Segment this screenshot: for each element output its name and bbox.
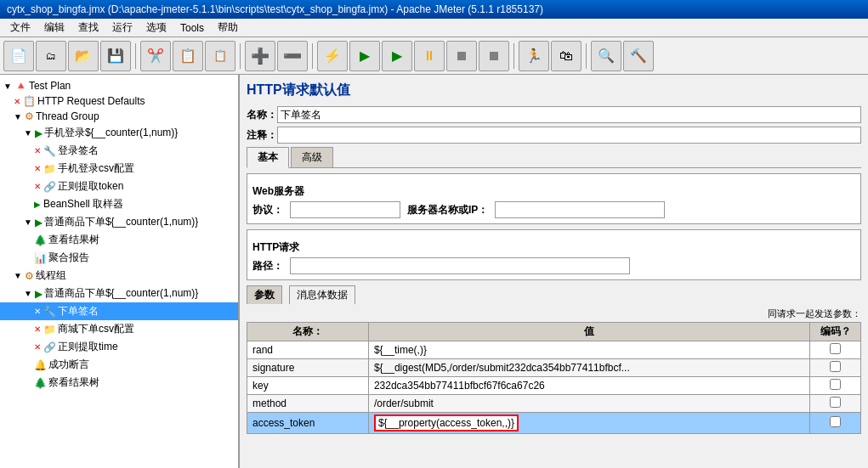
toolbar-remove[interactable]: ➖ (277, 41, 308, 71)
tab-advanced[interactable]: 高级 (291, 147, 333, 167)
tree-item-shop-csv[interactable]: ✕ 📁 商城下单csv配置 (0, 320, 238, 338)
toolbar-add[interactable]: ➕ (245, 41, 275, 71)
col-value: 值 (368, 323, 809, 341)
tree-item-thread-group[interactable]: ▼ ⚙ Thread Group (0, 109, 238, 124)
tree-label: 普通商品下单${__counter(1,num)} (44, 215, 198, 229)
tree-item-regex-token[interactable]: ✕ 🔗 正则提取token (0, 178, 238, 195)
server-label: 服务器名称或IP： (407, 203, 488, 217)
toolbar-template[interactable]: 🗂 (36, 41, 66, 71)
toolbar-new[interactable]: 📄 (3, 41, 34, 71)
param-row-rand: rand ${__time(,)} (247, 341, 861, 359)
tree-item-order-group2[interactable]: ▼ ▶ 普通商品下单${__counter(1,num)} (0, 285, 238, 302)
tab-basic[interactable]: 基本 (247, 147, 289, 168)
sub-icon: 🔧 (43, 145, 56, 157)
tree-item-beanshell[interactable]: ▶ BeanShell 取样器 (0, 195, 238, 213)
toolbar-paste[interactable]: 📋 (205, 41, 235, 71)
comment-input[interactable] (277, 127, 861, 144)
tree-item-aggregate[interactable]: 📊 聚合报告 (0, 249, 238, 267)
param-name[interactable]: rand (247, 341, 369, 359)
web-server-section: Web服务器 协议： 服务器名称或IP： (247, 173, 861, 224)
tree-item-http-defaults[interactable]: ✕ 📋 HTTP Request Defaults (0, 93, 238, 109)
menu-file[interactable]: 文件 (3, 19, 37, 37)
gear-icon: ⚙ (25, 270, 34, 282)
toolbar-toggle[interactable]: ⚡ (317, 41, 348, 71)
tree-icon: 🌲 (34, 377, 47, 389)
menu-find[interactable]: 查找 (71, 19, 105, 37)
tree-label: 聚合报告 (48, 251, 89, 265)
toolbar-clear[interactable]: 🔨 (623, 41, 654, 71)
toolbar-cut[interactable]: ✂️ (140, 41, 171, 71)
tree-label: 手机登录csv配置 (58, 161, 134, 176)
param-encode[interactable] (810, 377, 861, 395)
tree-item-view-results1[interactable]: 🌲 查看结果树 (0, 231, 238, 249)
menu-tools[interactable]: Tools (173, 20, 211, 36)
param-encode[interactable] (810, 395, 861, 413)
name-input[interactable] (277, 106, 861, 123)
tree-item-assertion[interactable]: 🔔 成功断言 (0, 356, 238, 374)
toolbar-stop[interactable]: ⏹ (446, 41, 477, 71)
param-name[interactable]: signature (247, 359, 369, 377)
protocol-label: 协议： (252, 203, 283, 217)
protocol-input[interactable] (290, 201, 400, 218)
server-input[interactable] (495, 201, 665, 218)
tab-body[interactable]: 消息体数据 (289, 285, 355, 304)
toolbar-start[interactable]: ▶ (349, 41, 380, 71)
tree-item-test-plan[interactable]: ▼ 🔺 Test Plan (0, 78, 238, 93)
toolbar-pause[interactable]: ⏸ (414, 41, 445, 71)
param-name[interactable]: access_token (247, 413, 369, 434)
menu-run[interactable]: 运行 (105, 19, 139, 37)
menu-edit[interactable]: 编辑 (37, 19, 71, 37)
tree-item-mobile-csv[interactable]: ✕ 📁 手机登录csv配置 (0, 160, 238, 178)
param-value[interactable]: ${__digest(MD5,/order/submit232dca354bb7… (368, 359, 809, 377)
tree-item-mobile-login[interactable]: ▼ ▶ 手机登录${__counter(1,num)} (0, 124, 238, 142)
access-token-value[interactable]: ${__property(access_token,,)} (374, 414, 519, 431)
tree-item-order-group1[interactable]: ▼ ▶ 普通商品下单${__counter(1,num)} (0, 213, 238, 231)
path-input[interactable] (290, 257, 630, 274)
tree-item-view-results2[interactable]: 🌲 察看结果树 (0, 374, 238, 392)
param-name[interactable]: method (247, 395, 369, 413)
toolbar-save[interactable]: 💾 (100, 41, 131, 71)
toolbar-sep-1 (135, 43, 136, 69)
regex-icon: 🔗 (43, 181, 56, 193)
sampler-icon: ▶ (34, 200, 41, 209)
toolbar-remote-stop[interactable]: 🛍 (551, 41, 582, 71)
menu-options[interactable]: 选项 (139, 19, 173, 37)
param-value[interactable]: 232dca354bb77411bfbcf67f6ca67c26 (368, 377, 809, 395)
toolbar-remote-start[interactable]: 🏃 (519, 41, 549, 71)
tab-bar: 基本 高级 (247, 147, 861, 168)
tree-label: Test Plan (29, 80, 71, 92)
params-tabs: 参数 消息体数据 (247, 285, 861, 304)
toolbar: 📄 🗂 📂 💾 ✂️ 📋 📋 ➕ ➖ ⚡ ▶ ▶ ⏸ ⏹ ⏹ 🏃 🛍 🔍 🔨 (0, 37, 868, 75)
toolbar-copy[interactable]: 📋 (173, 41, 203, 71)
param-row-access-token: access_token ${__property(access_token,,… (247, 413, 861, 434)
comment-label: 注释： (247, 128, 277, 143)
param-value[interactable]: /order/submit (368, 395, 809, 413)
encode-check[interactable] (830, 379, 841, 390)
param-value[interactable]: ${__property(access_token,,)} (368, 413, 809, 434)
param-name[interactable]: key (247, 377, 369, 395)
param-encode[interactable] (810, 413, 861, 434)
tree-item-login-sign[interactable]: ✕ 🔧 登录签名 (0, 142, 238, 160)
toolbar-start-no-pauses[interactable]: ▶ (382, 41, 412, 71)
encode-check[interactable] (830, 361, 841, 372)
toolbar-search[interactable]: 🔍 (591, 41, 621, 71)
toolbar-shutdown[interactable]: ⏹ (479, 41, 509, 71)
sampler-icon: ▶ (35, 217, 43, 228)
encode-check[interactable] (830, 416, 841, 427)
gear-icon: ⚙ (25, 110, 34, 122)
tree-item-thread-group2[interactable]: ▼ ⚙ 线程组 (0, 267, 238, 285)
encode-check[interactable] (830, 343, 841, 354)
tree-panel: ▼ 🔺 Test Plan ✕ 📋 HTTP Request Defaults … (0, 75, 240, 468)
toolbar-open[interactable]: 📂 (68, 41, 99, 71)
param-encode[interactable] (810, 359, 861, 377)
toolbar-sep-3 (312, 43, 313, 69)
menu-help[interactable]: 帮助 (211, 19, 245, 37)
encode-check[interactable] (830, 397, 841, 408)
tree-item-order-sign[interactable]: ✕ 🔧 下单签名 (0, 302, 238, 320)
cross-icon: ✕ (14, 97, 20, 106)
param-value[interactable]: ${__time(,)} (368, 341, 809, 359)
tab-params[interactable]: 参数 (247, 285, 282, 304)
tree-item-regex-time[interactable]: ✕ 🔗 正则提取time (0, 338, 238, 356)
param-encode[interactable] (810, 341, 861, 359)
tree-label: 登录签名 (58, 144, 99, 158)
